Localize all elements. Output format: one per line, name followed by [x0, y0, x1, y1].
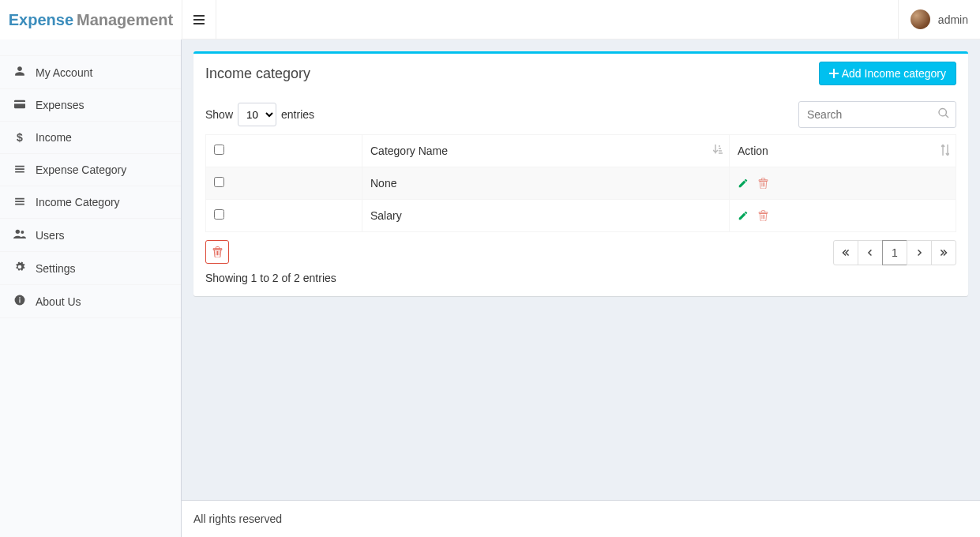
- add-income-category-button[interactable]: Add Income category: [819, 62, 956, 85]
- trash-icon: [758, 178, 768, 189]
- income-category-table: Category Name Action: [205, 134, 956, 232]
- footer-text: All rights reserved: [193, 513, 282, 525]
- list-icon: [12, 163, 28, 176]
- list-icon: [12, 196, 28, 208]
- column-label: Action: [738, 145, 768, 157]
- row-checkbox[interactable]: [214, 209, 224, 220]
- datatable-footer: 1: [205, 240, 956, 265]
- credit-card-icon: [12, 99, 28, 111]
- add-button-label: Add Income category: [842, 67, 946, 80]
- content-wrapper: Income category Add Income category Show…: [182, 39, 980, 497]
- show-label: Show: [205, 108, 233, 121]
- angle-double-left-icon: [842, 249, 850, 257]
- pagination-prev-button[interactable]: [858, 240, 883, 265]
- svg-rect-0: [14, 100, 25, 109]
- search-input[interactable]: [798, 101, 956, 128]
- main-header: Expense Management admin: [0, 0, 980, 39]
- trash-icon: [758, 210, 768, 221]
- box-body: Show 10 entries: [193, 93, 968, 296]
- select-all-checkbox[interactable]: [214, 145, 224, 155]
- sidebar-item-users[interactable]: Users: [0, 219, 181, 251]
- sort-icon: [941, 145, 949, 157]
- box-income-category: Income category Add Income category Show…: [193, 51, 968, 296]
- hamburger-icon: [193, 14, 205, 25]
- edit-button[interactable]: [738, 178, 749, 189]
- svg-point-3: [21, 231, 24, 234]
- svg-rect-5: [19, 299, 20, 303]
- angle-double-right-icon: [940, 249, 948, 257]
- column-label: Category Name: [370, 145, 448, 157]
- user-icon: [12, 66, 28, 79]
- cell-category-name: Salary: [362, 200, 730, 232]
- sidebar-item-about-us[interactable]: About Us: [0, 285, 181, 317]
- sidebar-item-label: Expenses: [36, 99, 84, 111]
- sidebar: My Account Expenses $ Income Expense Cat…: [0, 39, 182, 537]
- angle-right-icon: [916, 249, 922, 257]
- datatable-info: Showing 1 to 2 of 2 entries: [205, 272, 956, 284]
- pagination-page-1[interactable]: 1: [882, 240, 907, 265]
- column-action[interactable]: Action: [730, 135, 956, 167]
- column-select-all: [206, 135, 362, 167]
- sort-asc-icon: [713, 145, 723, 157]
- sidebar-item-label: Users: [36, 229, 65, 242]
- svg-point-2: [16, 230, 20, 234]
- cogs-icon: [12, 261, 28, 275]
- pencil-icon: [738, 178, 749, 189]
- datatable-toolbar: Show 10 entries: [205, 101, 956, 128]
- plus-icon: [829, 69, 839, 78]
- pagination: 1: [834, 240, 956, 265]
- column-category-name[interactable]: Category Name: [362, 135, 730, 167]
- info-icon: [12, 295, 28, 308]
- sidebar-item-settings[interactable]: Settings: [0, 252, 181, 284]
- box-header: Income category Add Income category: [193, 54, 968, 93]
- angle-left-icon: [867, 249, 873, 257]
- sidebar-item-label: Settings: [36, 262, 76, 275]
- users-icon: [12, 228, 28, 242]
- delete-button[interactable]: [758, 210, 768, 221]
- avatar: [911, 9, 930, 29]
- entries-select[interactable]: 10: [238, 103, 276, 126]
- table-row: None: [206, 167, 956, 200]
- pagination-next-button[interactable]: [907, 240, 932, 265]
- sidebar-item-expenses[interactable]: Expenses: [0, 89, 181, 121]
- sidebar-item-label: Income: [36, 131, 72, 144]
- delete-button[interactable]: [758, 178, 768, 189]
- user-menu-button[interactable]: admin: [898, 0, 980, 39]
- entries-label: entries: [281, 108, 314, 121]
- edit-button[interactable]: [738, 210, 749, 221]
- trash-icon: [212, 246, 223, 257]
- sidebar-menu: My Account Expenses $ Income Expense Cat…: [0, 39, 181, 318]
- app-logo[interactable]: Expense Management: [0, 0, 182, 39]
- user-name: admin: [938, 13, 968, 26]
- table-row: Salary: [206, 200, 956, 232]
- pagination-first-button[interactable]: [833, 240, 858, 265]
- sidebar-item-label: My Account: [36, 66, 92, 79]
- cell-category-name: None: [362, 167, 730, 200]
- row-checkbox[interactable]: [214, 177, 224, 187]
- dollar-icon: $: [12, 131, 28, 144]
- logo-word-2: Management: [77, 11, 173, 29]
- main-footer: All rights reserved: [182, 500, 980, 537]
- search-icon: [937, 107, 950, 122]
- sidebar-item-expense-category[interactable]: Expense Category: [0, 154, 181, 186]
- sidebar-item-income-category[interactable]: Income Category: [0, 186, 181, 218]
- sidebar-item-label: Expense Category: [36, 163, 126, 176]
- page-number: 1: [892, 246, 898, 259]
- svg-rect-1: [14, 102, 25, 103]
- pagination-last-button[interactable]: [931, 240, 956, 265]
- sidebar-item-label: About Us: [36, 295, 81, 308]
- logo-word-1: Expense: [9, 11, 73, 29]
- top-navbar: admin: [182, 0, 980, 39]
- search-wrap: [798, 101, 956, 128]
- page-title: Income category: [205, 66, 310, 82]
- pencil-icon: [738, 210, 749, 221]
- bulk-delete-button[interactable]: [205, 240, 229, 264]
- sidebar-item-label: Income Category: [36, 196, 120, 208]
- svg-point-6: [19, 297, 21, 299]
- sidebar-toggle-button[interactable]: [182, 0, 216, 39]
- datatable-length: Show 10 entries: [205, 103, 314, 126]
- sidebar-item-my-account[interactable]: My Account: [0, 56, 181, 88]
- sidebar-item-income[interactable]: $ Income: [0, 122, 181, 153]
